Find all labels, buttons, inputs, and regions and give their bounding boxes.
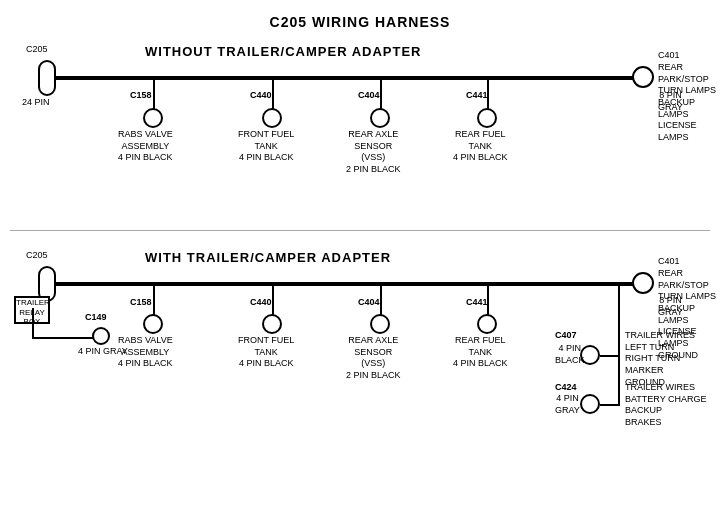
bottom-section-label: WITH TRAILER/CAMPER ADAPTER	[145, 250, 391, 265]
bottom-c440-name: C440	[250, 297, 272, 309]
bottom-c441-desc: REAR FUELTANK4 PIN BLACK	[453, 335, 508, 370]
top-c440-drop	[272, 79, 274, 109]
bottom-c404-desc: REAR AXLESENSOR(VSS)2 PIN BLACK	[346, 335, 401, 382]
diagram-area: C205 WIRING HARNESS WITHOUT TRAILER/CAMP…	[0, 0, 720, 490]
bottom-c158-connector	[143, 314, 163, 334]
top-c441-connector	[477, 108, 497, 128]
top-c205-pin: 24 PIN	[22, 97, 50, 109]
top-c158-desc: RABS VALVEASSEMBLY4 PIN BLACK	[118, 129, 173, 164]
bottom-c404-connector	[370, 314, 390, 334]
top-c401-label: C401	[658, 50, 680, 62]
top-c404-desc: REAR AXLESENSOR(VSS)2 PIN BLACK	[346, 129, 401, 176]
top-c158-name: C158	[130, 90, 152, 102]
bottom-right-branch-v	[618, 284, 620, 404]
bottom-c149-connector	[92, 327, 110, 345]
bottom-c401-pin: 8 PINGRAY	[658, 295, 683, 318]
top-c401-pin: 8 PINGRAY	[658, 90, 683, 113]
top-c441-name: C441	[466, 90, 488, 102]
bottom-c407-name: C407	[555, 330, 577, 342]
top-c401-connector	[632, 66, 654, 88]
top-c440-desc: FRONT FUELTANK4 PIN BLACK	[238, 129, 294, 164]
bottom-c440-connector	[262, 314, 282, 334]
bottom-c424-hline	[600, 404, 620, 406]
bottom-c158-drop	[153, 285, 155, 315]
top-main-line	[55, 76, 645, 80]
top-c205-connector	[38, 60, 56, 96]
top-c158-connector	[143, 108, 163, 128]
page-title: C205 WIRING HARNESS	[0, 6, 720, 30]
bottom-c424-name: C424	[555, 382, 577, 394]
bottom-c441-name: C441	[466, 297, 488, 309]
bottom-c424-connector	[580, 394, 600, 414]
bottom-c440-drop	[272, 285, 274, 315]
bottom-c149-hline	[32, 337, 94, 339]
top-c440-name: C440	[250, 90, 272, 102]
bottom-c149-name: C149	[85, 312, 107, 324]
top-section-label: WITHOUT TRAILER/CAMPER ADAPTER	[145, 44, 422, 59]
bottom-c205-label: C205	[26, 250, 48, 262]
bottom-c440-desc: FRONT FUELTANK4 PIN BLACK	[238, 335, 294, 370]
bottom-c401-connector	[632, 272, 654, 294]
top-c441-desc: REAR FUELTANK4 PIN BLACK	[453, 129, 508, 164]
bottom-c424-desc: TRAILER WIRESBATTERY CHARGEBACKUPBRAKES	[625, 382, 707, 429]
bottom-c401-label: C401	[658, 256, 680, 268]
top-c205-label: C205	[26, 44, 48, 56]
top-c404-name: C404	[358, 90, 380, 102]
top-c158-drop	[153, 79, 155, 109]
bottom-c149-drop-horiz	[32, 308, 34, 338]
bottom-main-line	[55, 282, 645, 286]
bottom-c158-desc: RABS VALVEASSEMBLY4 PIN BLACK	[118, 335, 173, 370]
bottom-c407-desc: TRAILER WIRESLEFT TURNRIGHT TURNMARKERGR…	[625, 330, 695, 388]
top-c440-connector	[262, 108, 282, 128]
divider	[10, 230, 710, 231]
top-c404-connector	[370, 108, 390, 128]
bottom-c407-hline	[600, 355, 620, 357]
bottom-c404-drop	[380, 285, 382, 315]
bottom-c158-name: C158	[130, 297, 152, 309]
top-c404-drop	[380, 79, 382, 109]
bottom-c441-connector	[477, 314, 497, 334]
bottom-c407-pin: 4 PINBLACK	[555, 343, 585, 366]
bottom-c424-pin: 4 PINGRAY	[555, 393, 580, 416]
bottom-c404-name: C404	[358, 297, 380, 309]
